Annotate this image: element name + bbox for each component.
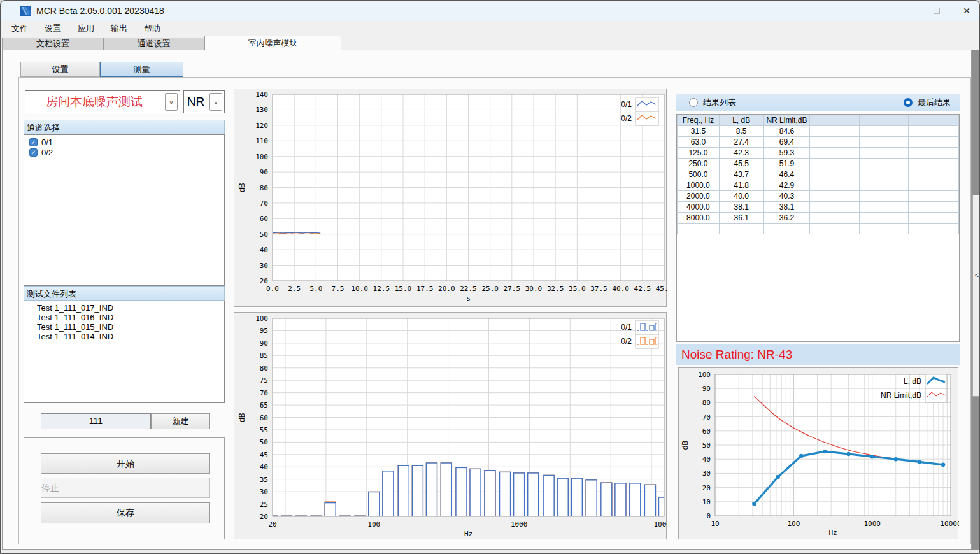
app-logo-icon (20, 5, 31, 17)
new-button[interactable]: 新建 (151, 413, 210, 429)
close-button[interactable]: ✕ (952, 1, 980, 21)
list-item[interactable]: Test 1_111_015_IND (37, 322, 224, 332)
table-cell: 84.6 (763, 126, 810, 137)
svg-text:20: 20 (268, 520, 276, 529)
table-cell (859, 148, 909, 159)
test-name-input[interactable]: 111 (41, 413, 151, 429)
svg-text:50: 50 (702, 441, 711, 450)
svg-text:35.0: 35.0 (569, 285, 586, 293)
menu-item[interactable]: 设置 (36, 21, 69, 36)
svg-text:10: 10 (711, 520, 719, 528)
table-cell (909, 148, 959, 159)
svg-text:10000: 10000 (940, 520, 959, 528)
svg-text:7.5: 7.5 (332, 285, 344, 293)
list-item[interactable]: Test 1_111_017_IND (37, 303, 224, 313)
checkbox-checked-icon[interactable]: ✓ (29, 148, 38, 157)
menu-item[interactable]: 应用 (69, 21, 103, 36)
radio-result-list[interactable]: 结果列表 (689, 97, 736, 108)
side-panel-expander[interactable]: < (972, 195, 980, 397)
results-table[interactable]: Freq., HzL, dBNR Limit,dB31.58.584.663.0… (676, 114, 960, 342)
svg-text:10.0: 10.0 (351, 285, 368, 293)
table-cell: 43.7 (719, 169, 763, 180)
table-row[interactable]: 125.042.359.3 (678, 148, 959, 159)
svg-text:37.5: 37.5 (590, 285, 607, 293)
table-cell (909, 159, 959, 169)
table-row[interactable]: 250.045.551.9 (678, 159, 959, 169)
svg-text:120: 120 (255, 122, 268, 130)
table-cell: 1000.0 (678, 180, 720, 191)
rating-value: NR (184, 91, 208, 113)
table-row[interactable]: 1000.041.842.9 (678, 180, 959, 191)
rating-select[interactable]: NR ∨ (183, 90, 225, 113)
svg-text:30.0: 30.0 (525, 285, 543, 293)
svg-text:12.5: 12.5 (373, 285, 390, 293)
tab-室内噪声模块[interactable]: 室内噪声模块 (204, 36, 341, 50)
svg-text:dB: dB (238, 183, 246, 192)
start-button[interactable]: 开始 (41, 453, 210, 474)
svg-text:L, dB: L, dB (904, 377, 921, 386)
time-history-chart: 0.02.55.07.510.012.515.017.520.022.525.0… (234, 89, 667, 307)
table-cell (909, 224, 959, 234)
svg-text:40: 40 (702, 455, 711, 464)
list-item[interactable]: Test 1_111_016_IND (37, 313, 224, 322)
chevron-down-icon[interactable]: ∨ (209, 93, 222, 111)
table-row[interactable]: 8000.036.136.2 (678, 213, 959, 224)
subtab-measure[interactable]: 测量 (100, 62, 183, 77)
table-row[interactable]: 500.043.746.4 (678, 169, 959, 180)
save-button[interactable]: 保存 (41, 502, 210, 523)
table-cell: 31.5 (678, 126, 720, 137)
svg-text:s: s (466, 294, 471, 302)
radio-last-result[interactable]: 最后结果 (904, 97, 951, 108)
subtab-settings[interactable]: 设置 (20, 62, 100, 77)
maximize-icon (934, 8, 940, 14)
noise-rating-text: Noise Rating: NR-43 (681, 348, 792, 362)
table-row[interactable]: 2000.040.040.3 (678, 191, 959, 202)
table-cell: 63.0 (678, 137, 720, 148)
table-cell (810, 224, 860, 234)
menu-item[interactable]: 文件 (3, 21, 36, 36)
table-cell (859, 137, 909, 148)
svg-text:17.5: 17.5 (416, 285, 434, 293)
list-item[interactable]: Test 1_111_014_IND (37, 332, 224, 341)
channel-item[interactable]: ✓0/1 (24, 137, 224, 147)
table-row[interactable]: 31.58.584.6 (678, 126, 959, 137)
channel-item[interactable]: ✓0/2 (24, 147, 224, 157)
noise-rating-banner: Noise Rating: NR-43 (676, 344, 960, 365)
table-cell: 51.9 (763, 159, 810, 169)
tab-page-room-noise: 设置 测量 房间本底噪声测试 ∨ NR ∨ 通道选择 ✓0/1✓0/2 测试文件… (2, 50, 972, 550)
table-cell (859, 126, 909, 137)
svg-text:110: 110 (255, 137, 268, 145)
table-cell (719, 224, 763, 234)
table-cell: 38.1 (719, 202, 763, 213)
checkbox-checked-icon[interactable]: ✓ (29, 138, 38, 146)
channel-list[interactable]: ✓0/1✓0/2 (24, 134, 225, 286)
table-row[interactable]: 63.027.469.4 (678, 137, 959, 148)
svg-text:0/2: 0/2 (621, 114, 632, 123)
test-type-select[interactable]: 房间本底噪声测试 ∨ (25, 90, 180, 113)
svg-text:45.0: 45.0 (656, 285, 667, 293)
column-header (810, 115, 860, 126)
maximize-button[interactable] (922, 1, 951, 21)
radio-off-icon (689, 98, 698, 107)
svg-text:80: 80 (260, 184, 268, 192)
table-row[interactable] (678, 224, 959, 234)
test-file-list[interactable]: Test 1_111_017_INDTest 1_111_016_INDTest… (24, 301, 225, 403)
table-row[interactable]: 4000.038.138.1 (678, 202, 959, 213)
svg-text:80: 80 (702, 399, 711, 407)
table-cell (810, 126, 860, 137)
svg-text:65: 65 (260, 401, 268, 409)
minimize-button[interactable] (892, 1, 921, 21)
table-cell (909, 180, 959, 191)
tab-通道设置[interactable]: 通道设置 (104, 38, 204, 50)
table-cell: 8.5 (719, 126, 763, 137)
menu-item[interactable]: 输出 (103, 21, 136, 36)
menu-item[interactable]: 帮助 (136, 21, 169, 36)
chevron-down-icon[interactable]: ∨ (165, 93, 178, 111)
table-cell (859, 159, 909, 169)
svg-text:40: 40 (260, 246, 268, 254)
radio-on-icon (904, 98, 913, 107)
tab-文档设置[interactable]: 文档设置 (2, 38, 104, 50)
svg-text:1000: 1000 (863, 520, 881, 528)
svg-text:85: 85 (260, 352, 268, 360)
table-cell: 41.8 (719, 180, 763, 191)
